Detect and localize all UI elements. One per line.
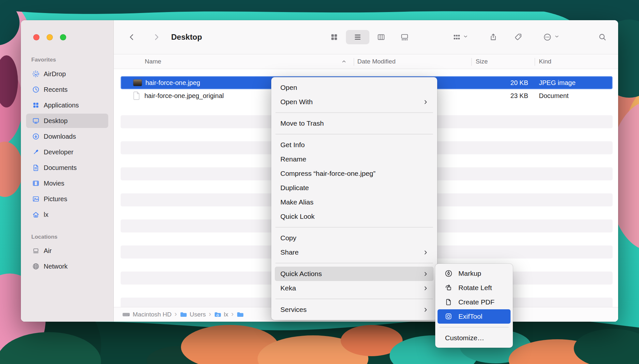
menu-item-move-to-trash[interactable]: Move to Trash bbox=[275, 116, 434, 131]
path-segment-macintosh-hd[interactable]: Macintosh HD bbox=[122, 311, 171, 318]
menu-item-make-alias[interactable]: Make Alias bbox=[275, 195, 434, 209]
sidebar-item-pictures[interactable]: Pictures bbox=[26, 192, 108, 206]
sidebar-favorites-list: AirDrop Recents Applications Desktop Dow… bbox=[26, 67, 108, 223]
menu-item-rename[interactable]: Rename bbox=[275, 152, 434, 166]
chevron-down-icon bbox=[463, 34, 468, 40]
gallery-view-button[interactable] bbox=[393, 30, 416, 44]
submenu-item-customize[interactable]: Customize… bbox=[438, 331, 511, 345]
context-menu: Open Open With Move to Trash Get Info Re… bbox=[271, 77, 437, 320]
exiftool-icon bbox=[445, 313, 453, 320]
chevron-right-icon: › bbox=[209, 311, 211, 319]
sidebar-item-applications[interactable]: Applications bbox=[26, 98, 108, 112]
home-icon bbox=[32, 211, 39, 218]
column-header-size[interactable]: Size bbox=[471, 54, 535, 69]
file-kind: JPEG image bbox=[535, 79, 613, 87]
column-view-button[interactable] bbox=[369, 30, 393, 44]
menu-item-share[interactable]: Share bbox=[275, 245, 434, 259]
sidebar-section-favorites: Favorites bbox=[31, 57, 56, 63]
icon-view-button[interactable] bbox=[322, 30, 346, 44]
traffic-lights bbox=[33, 34, 66, 40]
menu-item-quick-actions[interactable]: Quick Actions bbox=[275, 267, 434, 281]
folder-icon bbox=[180, 312, 187, 317]
sidebar-item-label: Pictures bbox=[44, 195, 67, 203]
file-size: 23 KB bbox=[471, 92, 535, 100]
chevron-right-icon bbox=[423, 271, 428, 277]
path-segment-current-folder[interactable] bbox=[237, 312, 246, 317]
airdrop-icon bbox=[32, 70, 39, 77]
sidebar-item-label: Documents bbox=[44, 164, 77, 172]
tag-button[interactable] bbox=[511, 30, 526, 44]
menu-item-open[interactable]: Open bbox=[275, 80, 434, 95]
menu-item-quick-look[interactable]: Quick Look bbox=[275, 209, 434, 224]
menu-separator bbox=[275, 134, 433, 134]
menu-item-services[interactable]: Services bbox=[275, 302, 434, 317]
chevron-right-icon bbox=[423, 99, 428, 105]
document-icon bbox=[32, 164, 39, 171]
zoom-button[interactable] bbox=[60, 34, 66, 40]
sidebar-item-network[interactable]: Network bbox=[26, 259, 108, 273]
menu-separator bbox=[275, 299, 433, 299]
desktop-icon bbox=[32, 117, 39, 124]
sidebar-item-label: Downloads bbox=[44, 133, 76, 140]
sidebar-item-downloads[interactable]: Downloads bbox=[26, 129, 108, 144]
menu-item-compress[interactable]: Compress “hair-force-one.jpeg” bbox=[275, 166, 434, 181]
submenu-item-exiftool[interactable]: ExifTool bbox=[438, 309, 511, 324]
chevron-right-icon: › bbox=[231, 311, 233, 319]
sidebar-item-desktop[interactable]: Desktop bbox=[26, 114, 108, 128]
sidebar-item-label: Desktop bbox=[44, 117, 67, 125]
list-view-button[interactable] bbox=[346, 30, 369, 44]
sort-ascending-icon bbox=[341, 59, 347, 64]
rotate-left-icon bbox=[445, 284, 453, 292]
path-segment-lx[interactable]: lx bbox=[214, 311, 229, 318]
file-name: hair-force-one.jpeg bbox=[145, 79, 200, 87]
sidebar-item-movies[interactable]: Movies bbox=[26, 176, 108, 190]
chevron-right-icon bbox=[423, 250, 428, 255]
sidebar-item-label: Air bbox=[44, 247, 52, 255]
submenu-item-create-pdf[interactable]: Create PDF bbox=[438, 295, 511, 309]
sidebar-section-locations: Locations bbox=[31, 234, 57, 240]
menu-item-keka[interactable]: Keka bbox=[275, 281, 434, 295]
home-folder-icon bbox=[214, 312, 221, 317]
sidebar-item-label: AirDrop bbox=[44, 70, 66, 78]
forward-button[interactable] bbox=[150, 30, 163, 44]
submenu-item-rotate-left[interactable]: Rotate Left bbox=[438, 281, 511, 295]
sidebar-item-label: lx bbox=[44, 211, 48, 218]
sidebar-item-recents[interactable]: Recents bbox=[26, 82, 108, 97]
sidebar-item-air[interactable]: Air bbox=[26, 244, 108, 258]
menu-item-copy[interactable]: Copy bbox=[275, 231, 434, 245]
share-button[interactable] bbox=[486, 30, 500, 44]
clock-icon bbox=[32, 86, 39, 93]
close-button[interactable] bbox=[33, 34, 39, 40]
column-header-name[interactable]: Name bbox=[114, 54, 354, 69]
column-header-date-modified[interactable]: Date Modified bbox=[354, 54, 471, 69]
sidebar-item-label: Recents bbox=[44, 86, 67, 93]
menu-separator bbox=[439, 327, 509, 328]
column-header-kind[interactable]: Kind bbox=[535, 54, 618, 69]
search-button[interactable] bbox=[595, 30, 610, 44]
sidebar-item-developer[interactable]: Developer bbox=[26, 145, 108, 159]
chevron-down-icon bbox=[554, 34, 559, 40]
sidebar-item-lx[interactable]: lx bbox=[26, 207, 108, 222]
sidebar-item-airdrop[interactable]: AirDrop bbox=[26, 67, 108, 81]
menu-item-get-info[interactable]: Get Info bbox=[275, 138, 434, 152]
quick-actions-submenu: Markup Rotate Left Create PDF ExifTool C… bbox=[435, 264, 513, 348]
path-segment-users[interactable]: Users bbox=[180, 311, 206, 318]
sidebar-item-label: Applications bbox=[44, 102, 79, 109]
file-name: hair-force-one.jpeg_original bbox=[144, 92, 224, 100]
sidebar: Favorites AirDrop Recents Applications D… bbox=[21, 20, 114, 322]
menu-item-duplicate[interactable]: Duplicate bbox=[275, 181, 434, 195]
chevron-right-icon bbox=[423, 307, 428, 313]
applications-grid-icon bbox=[32, 102, 39, 109]
create-pdf-icon bbox=[445, 298, 453, 306]
group-button[interactable] bbox=[449, 30, 472, 44]
sidebar-item-documents[interactable]: Documents bbox=[26, 161, 108, 175]
file-kind: Document bbox=[535, 92, 613, 100]
more-actions-button[interactable] bbox=[538, 30, 564, 44]
back-button[interactable] bbox=[126, 30, 139, 44]
submenu-item-markup[interactable]: Markup bbox=[438, 266, 511, 281]
hammer-icon bbox=[32, 148, 39, 156]
sidebar-locations-list: Air Network bbox=[26, 244, 108, 275]
chevron-right-icon: › bbox=[174, 311, 177, 319]
minimize-button[interactable] bbox=[47, 34, 53, 40]
menu-item-open-with[interactable]: Open With bbox=[275, 95, 434, 109]
